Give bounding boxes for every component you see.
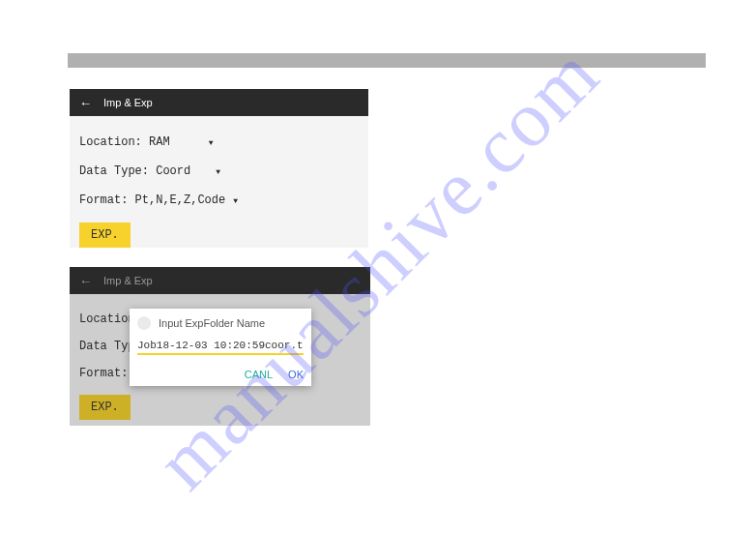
back-icon[interactable]: ←	[79, 274, 92, 288]
dialog-actions: CANL OK	[137, 369, 304, 380]
cancel-button[interactable]: CANL	[245, 369, 273, 380]
ok-button[interactable]: OK	[288, 369, 304, 380]
dialog-icon	[137, 316, 151, 330]
location-row[interactable]: Location: RAM ▼	[79, 132, 359, 153]
imp-exp-panel-2: ← Imp & Exp Location Data Typ Format: P …	[70, 267, 370, 426]
panel-content: Location: RAM ▼ Data Type: Coord ▼ Forma…	[70, 116, 368, 255]
location-label: Location	[79, 310, 135, 329]
export-button[interactable]: EXP.	[79, 223, 131, 248]
titlebar: ← Imp & Exp	[70, 267, 370, 294]
datatype-label: Data Type:	[79, 162, 156, 181]
titlebar-text: Imp & Exp	[103, 97, 153, 108]
format-row[interactable]: Format: Pt,N,E,Z,Code ▼	[79, 190, 359, 211]
format-label: Format:	[79, 191, 135, 210]
titlebar: ← Imp & Exp	[70, 89, 368, 116]
location-value: RAM	[149, 133, 170, 152]
back-icon[interactable]: ←	[79, 96, 92, 110]
datatype-row[interactable]: Data Type: Coord ▼	[79, 161, 359, 182]
folder-name-input[interactable]	[137, 338, 304, 355]
chevron-down-icon: ▼	[209, 134, 214, 153]
input-folder-dialog: Input ExpFolder Name CANL OK	[130, 309, 311, 386]
imp-exp-panel-1: ← Imp & Exp Location: RAM ▼ Data Type: C…	[70, 89, 368, 248]
page-top-bar	[68, 53, 706, 68]
titlebar-text: Imp & Exp	[103, 275, 153, 286]
dialog-title: Input ExpFolder Name	[159, 317, 265, 329]
dialog-title-row: Input ExpFolder Name	[137, 316, 304, 330]
format-value: Pt,N,E,Z,Code	[135, 191, 226, 210]
location-label: Location:	[79, 133, 149, 152]
datatype-label: Data Typ	[79, 337, 135, 356]
chevron-down-icon: ▼	[216, 163, 220, 182]
datatype-value: Coord	[156, 162, 190, 181]
chevron-down-icon: ▼	[233, 192, 238, 211]
export-button[interactable]: EXP.	[79, 395, 131, 420]
